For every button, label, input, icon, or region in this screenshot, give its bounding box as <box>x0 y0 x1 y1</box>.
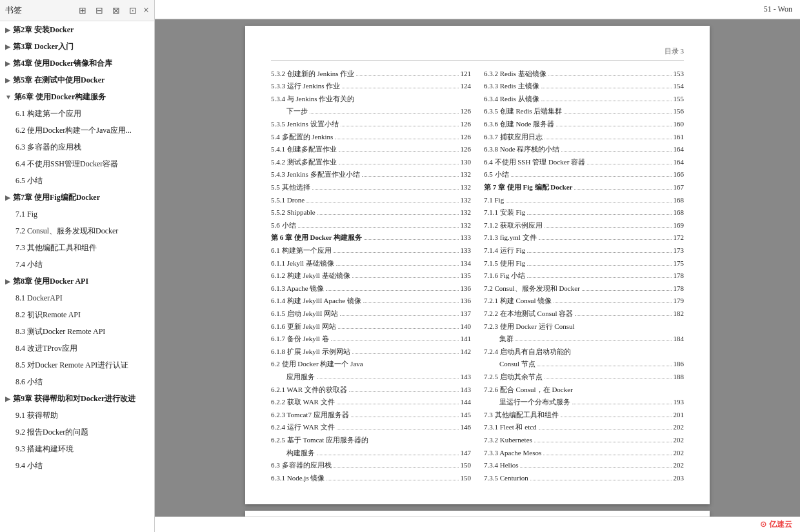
close-button[interactable]: × <box>143 5 149 16</box>
sidebar-item-ch7-4[interactable]: 7.4 小结 <box>0 256 154 273</box>
toc-entry-label: 6.3.5 创建 Redis 后端集群 <box>484 106 562 117</box>
toc-entry-page: 164 <box>674 144 685 155</box>
sidebar-item-ch6[interactable]: ▼ 第6章 使用Docker构建服务 <box>0 88 154 105</box>
sidebar-item-ch6-2[interactable]: 6.2 使用Docker构建一个Java应用... <box>0 122 154 139</box>
toc-entry: 6.3 多容器的应用栈150 <box>271 460 471 471</box>
toc-entry-dots <box>574 189 671 190</box>
toc-entry-dots <box>575 315 671 316</box>
sidebar-item-arrow: ▶ <box>5 59 10 68</box>
toc-entry-label: 6.1 构建第一个应用 <box>271 245 332 257</box>
sidebar-item-arrow: ▶ <box>5 277 10 286</box>
bookmark-icon[interactable]: ⊟ <box>93 4 106 17</box>
toc-entry-dots <box>335 139 458 139</box>
document-area[interactable]: 目录 3 5.3.2 创建新的 Jenkins 作业1215.3.3 运行 Je… <box>155 19 800 517</box>
toc-entry-dots <box>527 252 671 253</box>
bookmark-tag-icon[interactable]: ⊡ <box>126 4 139 17</box>
sidebar-item-ch6-3[interactable]: 6.3 多容器的应用栈 <box>0 139 154 155</box>
sidebar-item-ch9[interactable]: ▶ 第9章 获得帮助和对Docker进行改进 <box>0 390 154 407</box>
sidebar-item-ch7-3[interactable]: 7.3 其他编配工具和组件 <box>0 239 154 256</box>
page-2: 4 目录 7.3.6 Libswarm2037.4 小结203第 8 章 使用 … <box>245 511 710 517</box>
toc-entry: 6.4 不使用 SSH 管理 Docker 容器164 <box>484 157 684 168</box>
toc-entry-dots <box>362 176 459 177</box>
toc-entry: 6.3.2 Redis 基础镜像153 <box>484 68 684 80</box>
toc-entry-label: 里运行一个分布式服务 <box>499 397 570 408</box>
toc-entry-page: 133 <box>461 232 472 244</box>
toc-entry-dots <box>554 302 671 303</box>
sidebar-item-ch2[interactable]: ▶ 第2章 安装Docker <box>0 21 154 38</box>
sidebar-item-ch5[interactable]: ▶ 第5章 在测试中使用Docker <box>0 72 154 88</box>
toc-entry-dots <box>587 164 671 164</box>
sidebar-item-ch9-1[interactable]: 9.1 获得帮助 <box>0 407 154 424</box>
sidebar-item-ch8[interactable]: ▶ 第8章 使用Docker API <box>0 273 154 290</box>
sidebar-item-label: 9.4 小结 <box>15 460 43 471</box>
sidebar-item-arrow: ▶ <box>5 25 10 35</box>
sidebar-item-ch7[interactable]: ▶ 第7章 使用Fig编配Docker <box>0 189 154 206</box>
toc-entry: 6.5 小结166 <box>484 169 684 181</box>
sidebar-item-ch7-1[interactable]: 7.1 Fig <box>0 206 154 222</box>
toc-entry: 5.3.4 与 Jenkins 作业有关的 <box>271 94 471 105</box>
sidebar-item-ch6-1[interactable]: 6.1 构建第一个应用 <box>0 105 154 122</box>
sidebar-item-ch8-4[interactable]: 8.4 改进TProv应用 <box>0 340 154 357</box>
toc-entry-label: 6.3.6 创建 Node 服务器 <box>484 119 554 130</box>
toc-entry-page: 193 <box>674 397 685 408</box>
toc-entry-label: 7.1.4 运行 Fig <box>484 245 525 257</box>
toc-entry-dots <box>337 404 459 404</box>
toc-entry-label: 7.2.6 配合 Consul，在 Docker <box>484 384 573 396</box>
sidebar-item-ch8-5[interactable]: 8.5 对Docker Remote API进行认证 <box>0 357 154 373</box>
bookmark-outline-icon[interactable]: ⊠ <box>110 4 123 17</box>
toc-entry-page: 143 <box>461 384 472 396</box>
sidebar-item-ch4[interactable]: ▶ 第4章 使用Docker镜像和合库 <box>0 55 154 72</box>
toc-entry-page: 147 <box>461 448 472 459</box>
sidebar-item-ch7-2[interactable]: 7.2 Consul、服务发现和Docker <box>0 222 154 239</box>
toc-entry-dots <box>326 480 458 480</box>
sidebar-item-label: 第4章 使用Docker镜像和合库 <box>13 57 112 69</box>
toc-entry-label: 第 7 章 使用 Fig 编配 Docker <box>484 182 572 193</box>
toc-entry-page: 132 <box>461 220 472 232</box>
bookmark-list-icon[interactable]: ⊞ <box>76 4 89 17</box>
sidebar-item-ch8-3[interactable]: 8.3 测试Docker Remote API <box>0 323 154 340</box>
sidebar-item-ch8-1[interactable]: 8.1 DockerAPI <box>0 290 154 306</box>
toc-entry-dots <box>515 340 672 341</box>
toc-entry-label: 5.4 多配置的 Jenkins <box>271 132 333 143</box>
bottom-bar: ⊙ 亿速云 <box>155 517 800 532</box>
toc-entry-page: 135 <box>461 270 472 282</box>
toc-entry-label: 集群 <box>499 333 514 345</box>
sidebar-item-label: 8.1 DockerAPI <box>15 292 63 304</box>
toc-entry-page: 121 <box>461 68 472 80</box>
toc-entry-dots <box>548 75 672 76</box>
sidebar-item-ch9-2[interactable]: 9.2 报告Docker的问题 <box>0 424 154 440</box>
toc-entry-page: 132 <box>461 169 472 181</box>
toc-entry-label: 6.2 使用 Docker 构建一个 Java <box>271 359 363 370</box>
sidebar-item-ch8-2[interactable]: 8.2 初识Remote API <box>0 306 154 323</box>
toc-entry: 6.2.5 基于 Tomcat 应用服务器的 <box>271 435 471 446</box>
toc-entry: 7.1.6 Fig 小结178 <box>484 270 684 282</box>
top-bar: 51 - Won <box>155 0 800 19</box>
toc-entry: 下一步126 <box>271 106 471 117</box>
toc-entry-label: 6.3.7 捕获应用日志 <box>484 132 543 143</box>
toc-entry-label: 7.3.3 Apache Mesos <box>484 448 541 459</box>
toc-entry: 第 7 章 使用 Fig 编配 Docker167 <box>484 182 684 193</box>
sidebar-item-ch6-4[interactable]: 6.4 不使用SSH管理Docker容器 <box>0 155 154 172</box>
toc-entry-page: 145 <box>461 409 472 421</box>
sidebar-item-arrow: ▶ <box>5 394 10 404</box>
toc-entry-page: 161 <box>674 132 685 143</box>
sidebar-item-ch6-5[interactable]: 6.5 小结 <box>0 172 154 189</box>
sidebar-item-ch3[interactable]: ▶ 第3章 Docker入门 <box>0 38 154 55</box>
toc-entry-dots <box>298 227 459 228</box>
toc-entry-dots <box>561 151 671 152</box>
toc-entry: 5.4.3 Jenkins 多配置作业小结132 <box>271 169 471 181</box>
toc-entry-label: 6.1.4 构建 JekyllI Apache 镜像 <box>271 295 361 307</box>
toc-entry: 5.3.5 Jenkins 设置小结126 <box>271 119 471 130</box>
sidebar-item-label: 第8章 使用Docker API <box>13 275 88 287</box>
toc-entry-label: 6.2.1 WAR 文件的获取器 <box>271 384 347 396</box>
sidebar-item-ch9-3[interactable]: 9.3 搭建构建环境 <box>0 440 154 457</box>
sidebar-item-ch9-4[interactable]: 9.4 小结 <box>0 457 154 474</box>
toc-entry-page: 126 <box>461 106 472 117</box>
toc-entry-dots <box>352 353 459 354</box>
toc-entry-dots <box>539 239 672 240</box>
sidebar-item-ch8-6[interactable]: 8.6 小结 <box>0 373 154 390</box>
toc-entry-dots <box>537 366 672 366</box>
toc-entry-dots <box>306 202 458 202</box>
toc-entry: 5.5 其他选择132 <box>271 182 471 193</box>
toc-entry-label: 5.3.4 与 Jenkins 作业有关的 <box>271 94 354 105</box>
